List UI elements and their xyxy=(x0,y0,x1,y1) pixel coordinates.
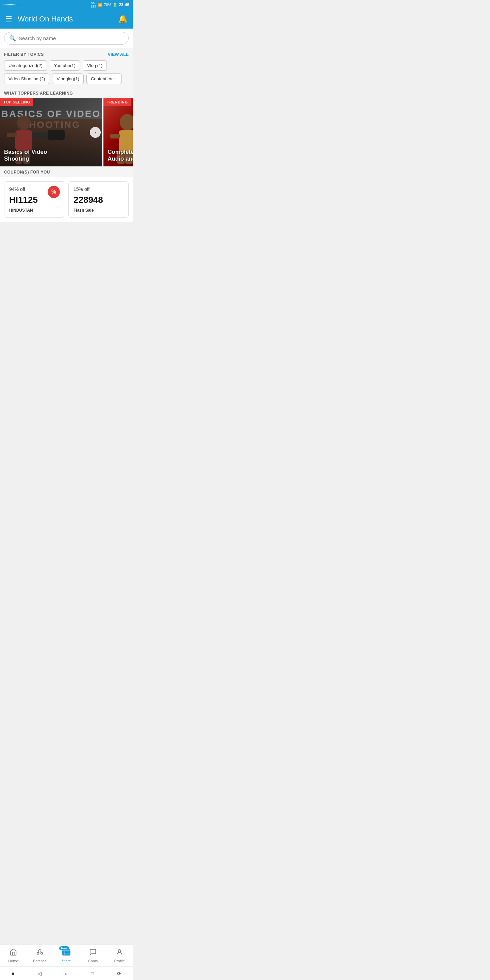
notification-bell-icon[interactable]: 🔔 xyxy=(118,14,127,24)
coupons-section-header: COUPON(S) FOR YOU xyxy=(0,166,133,177)
course-title-1: Basics of Video Shooting xyxy=(4,149,72,162)
course-card-2[interactable]: TRENDING Complete Audio and xyxy=(103,98,133,166)
toppers-section-header: WHAT TOPPERS ARE LEARNING xyxy=(0,88,133,98)
chip-vlog[interactable]: Vlog (1) xyxy=(83,60,107,71)
search-container: 🔍 xyxy=(0,29,133,48)
svg-point-7 xyxy=(120,114,133,130)
menu-button[interactable]: ☰ xyxy=(5,14,12,24)
filter-chips: Uncategorized(2) Youtube(1) Vlog (1) Vid… xyxy=(4,60,129,88)
coupon-percent-badge: % xyxy=(48,186,60,198)
chip-youtube[interactable]: Youtube(1) xyxy=(50,60,80,71)
next-course-arrow[interactable]: › xyxy=(90,127,101,138)
svg-rect-2 xyxy=(7,133,17,137)
battery-icon: 🔋 xyxy=(113,3,118,7)
svg-rect-1 xyxy=(15,130,32,151)
coupon-code-2: 228948 xyxy=(73,195,124,205)
search-bar[interactable]: 🔍 xyxy=(4,32,129,45)
svg-rect-9 xyxy=(110,134,120,138)
coupon-discount-2: 15% off xyxy=(73,186,124,192)
filter-header: FILTER BY TOPICS VIEW ALL xyxy=(4,52,129,57)
courses-scroll: BASICS OF VIDEOSHOOTING TOP SELLING Basi… xyxy=(0,98,133,166)
time: 23:46 xyxy=(119,2,129,7)
chip-vlogging[interactable]: Vlogging(1) xyxy=(52,73,84,84)
coupon-card-2[interactable]: 15% off 228948 Flash Sale xyxy=(68,181,129,218)
battery-text: 70% xyxy=(104,3,111,7)
filter-section: FILTER BY TOPICS VIEW ALL Uncategorized(… xyxy=(0,48,133,88)
course-title-2: Complete Audio and xyxy=(108,149,133,162)
signal-icon: VoLTE xyxy=(91,2,96,8)
svg-point-0 xyxy=(17,115,30,130)
filter-title: FILTER BY TOPICS xyxy=(4,52,44,57)
course-card-1[interactable]: BASICS OF VIDEOSHOOTING TOP SELLING Basi… xyxy=(0,98,102,166)
coupon-name-1: HINDUSTAN xyxy=(9,208,59,213)
coupon-name-2: Flash Sale xyxy=(73,208,124,213)
coupon-card-1[interactable]: 94% off % HI1125 HINDUSTAN xyxy=(4,181,64,218)
svg-rect-4 xyxy=(48,130,65,140)
app-title: World On Hands xyxy=(18,14,118,24)
coupons-container: 94% off % HI1125 HINDUSTAN 15% off 22894… xyxy=(0,177,133,222)
status-left: ▪▪▪▪▪▪▪▪▪▪▪▪ ··· xyxy=(3,3,20,6)
course-badge-trending: TRENDING xyxy=(103,98,131,106)
search-icon: 🔍 xyxy=(9,35,16,41)
search-input[interactable] xyxy=(19,35,124,41)
status-bar: ▪▪▪▪▪▪▪▪▪▪▪▪ ··· VoLTE 📶 70% 🔋 23:46 xyxy=(0,0,133,10)
chip-uncategorized[interactable]: Uncategorized(2) xyxy=(4,60,47,71)
app-bar: ☰ World On Hands 🔔 xyxy=(0,10,133,29)
wifi-icon: 📶 xyxy=(98,3,102,7)
view-all-button[interactable]: VIEW ALL xyxy=(108,52,129,57)
chip-content-creation[interactable]: Content cre... xyxy=(86,73,122,84)
course-badge-top-selling: TOP SELLING xyxy=(0,98,33,106)
status-right: VoLTE 📶 70% 🔋 23:46 xyxy=(91,2,129,8)
chip-video-shooting[interactable]: Video Shooting (2) xyxy=(4,73,49,84)
